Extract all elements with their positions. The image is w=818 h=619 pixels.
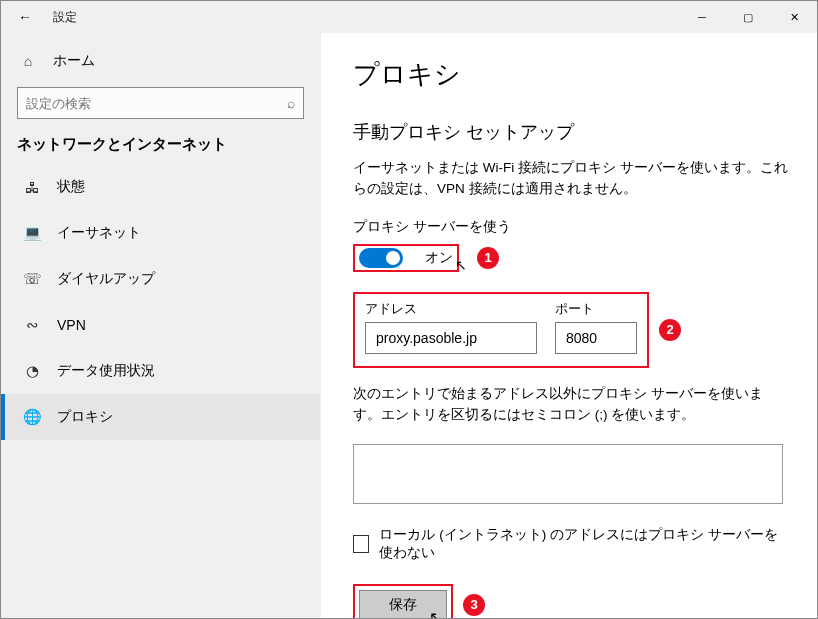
port-label: ポート bbox=[555, 300, 637, 318]
window-title: 設定 bbox=[53, 9, 77, 26]
address-port-group: アドレス ポート bbox=[353, 292, 649, 368]
minimize-button[interactable]: ─ bbox=[679, 1, 725, 33]
sidebar-item-status[interactable]: 🖧 状態 bbox=[1, 164, 320, 210]
sidebar-item-home[interactable]: ⌂ ホーム bbox=[1, 39, 320, 83]
port-input[interactable] bbox=[555, 322, 637, 354]
sidebar: ⌂ ホーム ⌕ ネットワークとインターネット 🖧 状態 💻 イーサネット ☏ ダ… bbox=[1, 33, 321, 619]
proxy-icon: 🌐 bbox=[23, 408, 41, 426]
titlebar: ← 設定 ─ ▢ ✕ bbox=[1, 1, 817, 33]
sidebar-section-title: ネットワークとインターネット bbox=[1, 131, 320, 164]
sidebar-item-vpn[interactable]: ∾ VPN bbox=[1, 302, 320, 348]
address-input[interactable] bbox=[365, 322, 537, 354]
address-label: アドレス bbox=[365, 300, 537, 318]
sidebar-item-proxy[interactable]: 🌐 プロキシ bbox=[1, 394, 320, 440]
dont-use-local-row[interactable]: ローカル (イントラネット) のアドレスにはプロキシ サーバーを使わない bbox=[353, 526, 789, 562]
sidebar-item-ethernet[interactable]: 💻 イーサネット bbox=[1, 210, 320, 256]
callout-badge-1: 1 bbox=[477, 247, 499, 269]
home-icon: ⌂ bbox=[19, 53, 37, 69]
address-field: アドレス bbox=[365, 300, 537, 354]
sidebar-item-label: ホーム bbox=[53, 52, 95, 70]
window-controls: ─ ▢ ✕ bbox=[679, 1, 817, 33]
status-icon: 🖧 bbox=[23, 179, 41, 196]
bypass-description: 次のエントリで始まるアドレス以外にプロキシ サーバーを使います。エントリを区切る… bbox=[353, 384, 789, 426]
use-proxy-label: プロキシ サーバーを使う bbox=[353, 218, 789, 236]
sidebar-item-label: VPN bbox=[57, 317, 86, 333]
back-button[interactable]: ← bbox=[9, 9, 41, 25]
content-area: プロキシ 手動プロキシ セットアップ イーサネットまたは Wi-Fi 接続にプロ… bbox=[321, 33, 817, 619]
callout-badge-3: 3 bbox=[463, 594, 485, 616]
dont-use-local-label: ローカル (イントラネット) のアドレスにはプロキシ サーバーを使わない bbox=[379, 526, 789, 562]
ethernet-icon: 💻 bbox=[23, 224, 41, 242]
sidebar-item-label: ダイヤルアップ bbox=[57, 270, 155, 288]
use-proxy-toggle[interactable] bbox=[359, 248, 403, 268]
search-icon: ⌕ bbox=[287, 95, 295, 111]
vpn-icon: ∾ bbox=[23, 316, 41, 334]
sidebar-item-label: プロキシ bbox=[57, 408, 113, 426]
data-usage-icon: ◔ bbox=[23, 362, 41, 380]
search-box[interactable]: ⌕ bbox=[17, 87, 304, 119]
close-icon: ✕ bbox=[790, 11, 799, 24]
maximize-icon: ▢ bbox=[743, 11, 753, 24]
sidebar-item-data-usage[interactable]: ◔ データ使用状況 bbox=[1, 348, 320, 394]
save-button[interactable]: 保存 bbox=[359, 590, 447, 619]
toggle-state-label: オン bbox=[425, 249, 453, 265]
sidebar-item-label: イーサネット bbox=[57, 224, 141, 242]
callout-badge-2: 2 bbox=[659, 319, 681, 341]
sidebar-item-label: データ使用状況 bbox=[57, 362, 155, 380]
dont-use-local-checkbox[interactable] bbox=[353, 535, 369, 553]
dialup-icon: ☏ bbox=[23, 270, 41, 288]
maximize-button[interactable]: ▢ bbox=[725, 1, 771, 33]
close-button[interactable]: ✕ bbox=[771, 1, 817, 33]
save-wrap: 保存 ↖ bbox=[353, 584, 453, 619]
section-description: イーサネットまたは Wi-Fi 接続にプロキシ サーバーを使います。これらの設定… bbox=[353, 158, 789, 200]
section-heading: 手動プロキシ セットアップ bbox=[353, 120, 789, 144]
sidebar-item-label: 状態 bbox=[57, 178, 85, 196]
sidebar-item-dialup[interactable]: ☏ ダイヤルアップ bbox=[1, 256, 320, 302]
minimize-icon: ─ bbox=[698, 11, 706, 23]
page-title: プロキシ bbox=[353, 57, 789, 92]
cursor-icon: ↖ bbox=[455, 257, 467, 273]
arrow-left-icon: ← bbox=[18, 9, 32, 25]
search-input[interactable] bbox=[26, 96, 287, 111]
port-field: ポート bbox=[555, 300, 637, 354]
toggle-row: ↖ オン 1 bbox=[353, 244, 789, 272]
bypass-textarea[interactable] bbox=[353, 444, 783, 504]
